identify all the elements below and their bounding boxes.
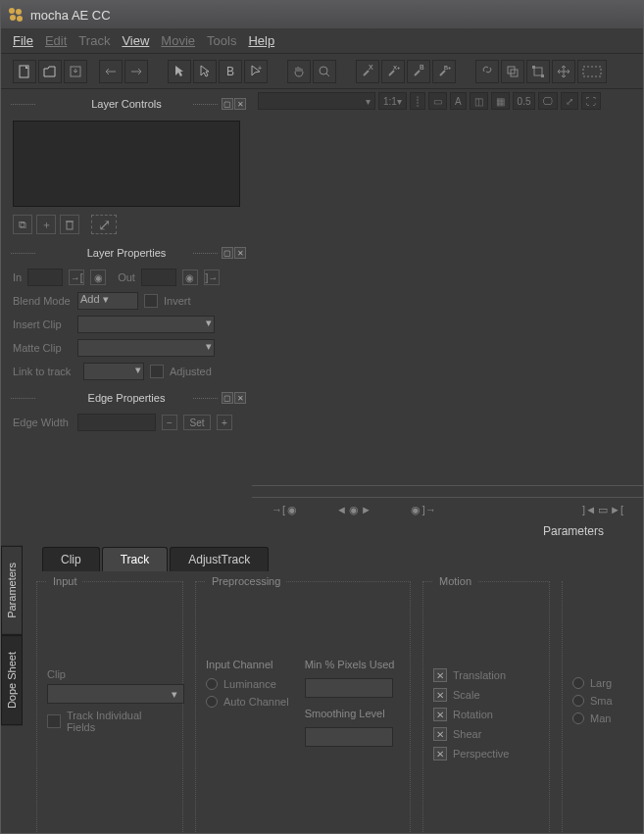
zoom-in-icon[interactable]: ►[ [610, 504, 623, 516]
menu-view[interactable]: View [122, 33, 149, 48]
layer-list[interactable] [13, 121, 240, 207]
pointer-b-icon[interactable]: B [219, 60, 242, 83]
transform-icon[interactable] [526, 60, 550, 83]
brush-bplus-icon[interactable]: B+ [432, 60, 456, 83]
move-icon[interactable] [552, 60, 575, 83]
pointer-plus-icon[interactable]: + [244, 60, 268, 83]
in-point-icon[interactable]: →[ [272, 504, 285, 516]
prev-key-icon[interactable]: ◄ [336, 504, 347, 516]
expand-icon[interactable]: ⤢ [91, 215, 117, 234]
shear-checkbox[interactable]: ✕ [433, 727, 447, 741]
tab-clip[interactable]: Clip [42, 547, 100, 571]
clip-dropdown[interactable]: ▾ [258, 92, 375, 110]
brush-xplus-icon[interactable]: X+ [381, 60, 405, 83]
zoom-fit-icon[interactable]: ▭ [598, 504, 608, 516]
menu-help[interactable]: Help [248, 33, 274, 48]
edge-plus-icon[interactable]: + [217, 415, 232, 430]
side-tab-parameters[interactable]: Parameters [1, 546, 23, 635]
panel-close-icon[interactable]: ✕ [234, 392, 246, 404]
brush-x-icon[interactable]: X [356, 60, 379, 83]
key-icon[interactable]: ◉ [411, 504, 421, 516]
large-radio[interactable] [572, 677, 584, 689]
out-key-icon[interactable]: ◉ [182, 270, 198, 285]
undo-icon[interactable] [99, 60, 123, 83]
zoom-icon[interactable] [313, 60, 336, 83]
add-layer-icon[interactable]: ＋ [36, 215, 56, 234]
matte-clip-label: Matte Clip [13, 342, 72, 354]
luminance-radio[interactable] [206, 678, 218, 690]
timeline-ruler[interactable] [252, 486, 643, 498]
vp-mask-icon[interactable]: ▦ [491, 92, 510, 110]
side-tab-dope-sheet[interactable]: Dope Sheet [1, 635, 23, 725]
edge-minus-icon[interactable]: − [162, 415, 177, 430]
panel-undock-icon[interactable]: ▢ [222, 247, 233, 259]
svg-point-3 [17, 16, 23, 22]
vp-display-icon[interactable]: ▭ [428, 92, 447, 110]
viewport-canvas[interactable] [252, 113, 643, 485]
vp-expand-icon[interactable]: ⤢ [561, 92, 578, 110]
panel-undock-icon[interactable]: ▢ [222, 392, 233, 404]
timeline[interactable]: →[ ◉ ◄ ◉ ► ◉ ]→ ]◄ ▭ ►[ [252, 485, 643, 520]
vp-overlay-icon[interactable]: ◫ [470, 92, 488, 110]
link-track-select[interactable]: ▾ [83, 363, 144, 380]
tab-track[interactable]: Track [102, 547, 169, 571]
edge-set-button[interactable]: Set [183, 415, 211, 430]
zoom-select[interactable]: 1:1 ▾ [378, 92, 407, 110]
in-bracket-icon[interactable]: →[ [69, 270, 84, 285]
vp-a-icon[interactable]: A [450, 92, 467, 110]
input-legend: Input [47, 575, 82, 587]
edge-width-field[interactable] [77, 414, 156, 431]
matte-clip-select[interactable]: ▾ [77, 339, 215, 357]
in-field[interactable] [27, 269, 63, 286]
delete-layer-icon[interactable] [60, 215, 79, 234]
zoom-out-icon[interactable]: ]◄ [582, 504, 596, 516]
save-icon[interactable] [64, 60, 87, 83]
open-file-icon[interactable] [38, 60, 62, 83]
perspective-checkbox[interactable]: ✕ [433, 747, 447, 760]
auto-channel-radio[interactable] [206, 696, 218, 708]
invert-checkbox[interactable] [144, 294, 158, 308]
pointer-alt-icon[interactable] [193, 60, 217, 83]
panel-undock-icon[interactable]: ▢ [222, 98, 233, 110]
vp-monitor-icon[interactable]: 🖵 [538, 92, 558, 110]
adjusted-checkbox[interactable] [150, 365, 164, 378]
svg-point-0 [9, 8, 15, 14]
motion-legend: Motion [433, 575, 477, 587]
out-label: Out [118, 271, 135, 283]
marquee-icon[interactable] [577, 60, 607, 83]
out-bracket-icon[interactable]: ]→ [204, 270, 220, 285]
scale-checkbox[interactable]: ✕ [433, 688, 447, 702]
blend-mode-select[interactable]: Add ▾ [77, 292, 138, 310]
out-point-icon[interactable]: ]→ [422, 504, 436, 516]
insert-clip-select[interactable]: ▾ [77, 316, 215, 333]
manual-radio[interactable] [572, 712, 584, 724]
duplicate-layer-icon[interactable]: ⧉ [13, 215, 32, 234]
tab-adjusttrack[interactable]: AdjustTrack [170, 547, 269, 571]
overlap-icon[interactable] [501, 60, 524, 83]
vp-fullscreen-icon[interactable]: ⛶ [581, 92, 601, 110]
brush-b-icon[interactable]: B [407, 60, 430, 83]
redo-icon[interactable] [124, 60, 148, 83]
pointer-icon[interactable] [168, 60, 191, 83]
menu-file[interactable]: File [13, 33, 33, 48]
in-key-icon[interactable]: ◉ [90, 270, 106, 285]
translation-checkbox[interactable]: ✕ [433, 668, 447, 682]
small-radio[interactable] [572, 695, 584, 707]
smoothing-field[interactable] [305, 727, 393, 747]
track-individual-checkbox[interactable] [47, 714, 61, 728]
hand-icon[interactable] [287, 60, 311, 83]
min-pixels-field[interactable] [305, 678, 393, 698]
key-nav-icon[interactable]: ◉ [349, 504, 359, 516]
link-icon[interactable] [475, 60, 499, 83]
opacity-field[interactable]: 0.5 [513, 92, 536, 110]
next-key-icon[interactable]: ► [361, 504, 372, 516]
panel-close-icon[interactable]: ✕ [234, 247, 246, 259]
out-field[interactable] [141, 269, 176, 286]
new-file-icon[interactable] [13, 60, 36, 83]
adjusted-label: Adjusted [170, 366, 212, 377]
key-icon[interactable]: ◉ [287, 504, 297, 516]
clip-select[interactable]: ▾ [47, 684, 184, 704]
panel-close-icon[interactable]: ✕ [234, 98, 246, 110]
menu-tools: Tools [207, 33, 236, 48]
rotation-checkbox[interactable]: ✕ [433, 708, 447, 721]
